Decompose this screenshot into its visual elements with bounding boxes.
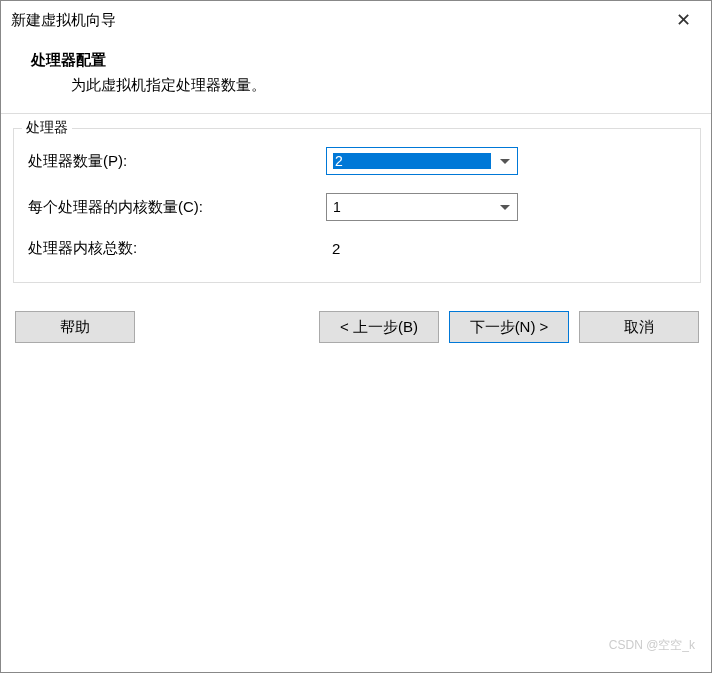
cores-per-processor-row: 每个处理器的内核数量(C): 1 bbox=[28, 193, 686, 221]
page-title: 处理器配置 bbox=[31, 51, 703, 70]
processor-count-select[interactable]: 2 bbox=[326, 147, 518, 175]
watermark: CSDN @空空_k bbox=[609, 637, 695, 654]
titlebar: 新建虚拟机向导 ✕ bbox=[1, 1, 712, 39]
processor-count-value: 2 bbox=[333, 153, 491, 169]
window-title: 新建虚拟机向导 bbox=[11, 11, 116, 30]
cores-per-processor-value: 1 bbox=[333, 199, 491, 215]
wizard-header: 处理器配置 为此虚拟机指定处理器数量。 bbox=[1, 39, 712, 114]
chevron-down-icon bbox=[500, 205, 510, 210]
chevron-down-icon bbox=[500, 159, 510, 164]
total-cores-row: 处理器内核总数: 2 bbox=[28, 239, 686, 258]
processors-fieldset: 处理器 处理器数量(P): 2 每个处理器的内核数量(C): 1 处理器内核总数… bbox=[13, 128, 701, 283]
processor-count-label: 处理器数量(P): bbox=[28, 152, 326, 171]
total-cores-label: 处理器内核总数: bbox=[28, 239, 326, 258]
page-subtitle: 为此虚拟机指定处理器数量。 bbox=[31, 76, 703, 95]
close-icon[interactable]: ✕ bbox=[668, 9, 699, 31]
cancel-button[interactable]: 取消 bbox=[579, 311, 699, 343]
back-button[interactable]: < 上一步(B) bbox=[319, 311, 439, 343]
fieldset-legend: 处理器 bbox=[22, 119, 72, 137]
cores-per-processor-label: 每个处理器的内核数量(C): bbox=[28, 198, 326, 217]
cores-per-processor-select[interactable]: 1 bbox=[326, 193, 518, 221]
total-cores-value: 2 bbox=[326, 240, 340, 257]
processor-count-row: 处理器数量(P): 2 bbox=[28, 147, 686, 175]
help-button[interactable]: 帮助 bbox=[15, 311, 135, 343]
content-area: 处理器 处理器数量(P): 2 每个处理器的内核数量(C): 1 处理器内核总数… bbox=[1, 114, 712, 297]
next-button[interactable]: 下一步(N) > bbox=[449, 311, 569, 343]
button-bar: 帮助 < 上一步(B) 下一步(N) > 取消 bbox=[1, 297, 712, 361]
